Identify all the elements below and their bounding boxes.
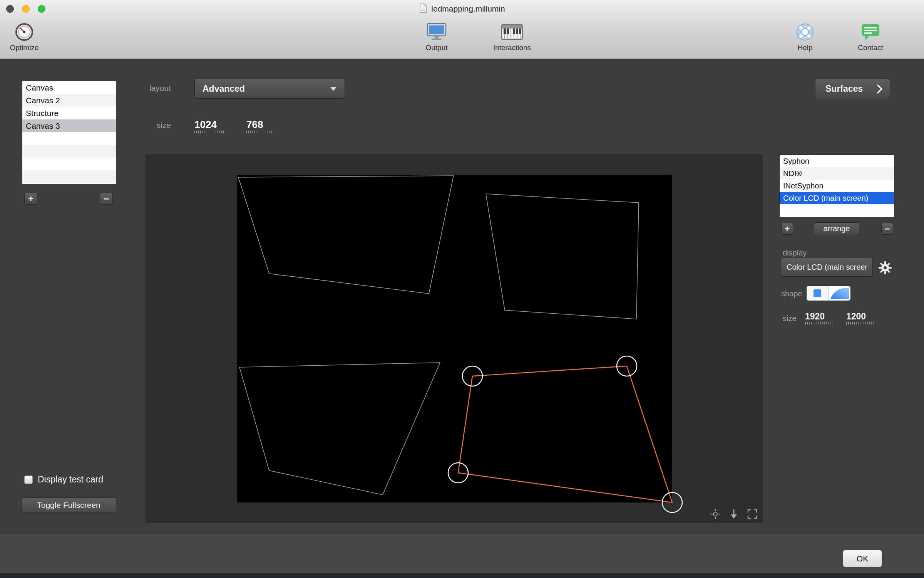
toolbar-label: Optimize [10,44,39,52]
ruler-ticks [194,131,225,133]
display-label: display [783,249,807,257]
shape-label: shape [781,289,802,298]
move-icon[interactable] [710,508,721,520]
test-card-row: Display test card [24,474,103,485]
layout-label: layout [127,84,171,93]
window-chrome: ledmapping.millumin Optimize [0,0,924,59]
output-list-item-selected[interactable]: Color LCD (main screen) [780,192,894,204]
output-preview [146,155,763,523]
toolbar-label: Interactions [493,44,531,52]
canvas-width-field[interactable]: 1024 [194,119,225,133]
toolbar-label: Contact [858,44,883,52]
canvas-list-item-selected[interactable]: Canvas 3 [22,119,116,132]
canvas-size-label: size [127,121,171,130]
ok-button[interactable]: OK [843,550,882,567]
output-list: Syphon NDI® INetSyphon Color LCD (main s… [779,155,894,217]
remove-output-button[interactable]: − [881,223,893,235]
empty-row [22,170,116,183]
rectangle-shape-icon [814,289,821,297]
empty-row [22,132,116,145]
surfaces-button[interactable]: Surfaces [815,79,890,99]
app-window: ledmapping.millumin Optimize [0,0,924,578]
optimize-gauge-icon [15,21,34,43]
titlebar: ledmapping.millumin [0,0,924,18]
ruler-ticks [805,322,834,324]
document-icon [419,3,427,15]
toolbar-label: Output [425,44,447,52]
toolbar-label: Help [797,44,812,52]
shape-freeform-segment[interactable] [829,286,851,301]
empty-row [22,158,116,170]
gear-icon[interactable] [878,261,892,275]
window-title: ledmapping.millumin [431,4,505,13]
keyboard-icon [500,21,524,43]
empty-row [22,145,116,158]
fullscreen-icon[interactable] [747,508,758,520]
chevron-right-icon [876,84,884,94]
shape-rectangle-segment[interactable] [807,286,829,301]
test-card-label: Display test card [38,474,103,485]
output-height-field[interactable]: 1200 [846,311,875,324]
shape-segmented-control [806,286,851,301]
window-edge [0,573,924,578]
display-dropdown-value: Color LCD (main screen) [787,263,867,272]
preview-tools [710,508,758,520]
output-frame [237,175,672,502]
output-size-label: size [783,314,797,323]
toggle-fullscreen-button[interactable]: Toggle Fullscreen [21,497,116,513]
output-list-item[interactable]: NDI® [780,167,894,180]
display-dropdown[interactable]: Color LCD (main screen) [781,258,873,277]
toolbar-optimize[interactable]: Optimize [0,21,63,52]
output-list-item[interactable]: INetSyphon [780,180,894,192]
arrange-button[interactable]: arrange [814,222,859,235]
add-canvas-button[interactable]: + [24,193,37,205]
ruler-ticks [246,131,273,133]
layout-dropdown-value: Advanced [203,84,245,94]
bottom-bar: OK [0,534,924,573]
preview-svg [146,155,763,524]
add-output-button[interactable]: + [781,223,793,235]
main-area: Canvas Canvas 2 Structure Canvas 3 + − l… [0,59,924,534]
output-list-item[interactable]: Syphon [780,155,894,167]
canvas-height-field[interactable]: 768 [246,119,273,133]
canvas-list-item[interactable]: Structure [22,107,116,119]
freeform-shape-icon [829,286,850,301]
empty-row [780,204,894,217]
canvas-list-item[interactable]: Canvas 2 [22,94,116,107]
toolbar-contact[interactable]: Contact [832,21,909,52]
ruler-ticks [846,322,875,324]
test-card-checkbox[interactable] [24,476,33,484]
toolbar-interactions[interactable]: Interactions [474,21,551,52]
toolbar-output[interactable]: Output [398,21,475,52]
canvas-list: Canvas Canvas 2 Structure Canvas 3 [22,81,116,184]
remove-canvas-button[interactable]: − [100,193,113,205]
lifebuoy-icon [795,21,815,43]
speech-bubble-icon [860,21,881,43]
output-width-field[interactable]: 1920 [805,311,834,324]
layout-dropdown[interactable]: Advanced [194,79,345,99]
chevron-down-icon [330,87,337,91]
monitor-icon [425,21,448,43]
arrow-down-icon[interactable] [728,508,740,520]
canvas-list-item[interactable]: Canvas [22,81,116,94]
